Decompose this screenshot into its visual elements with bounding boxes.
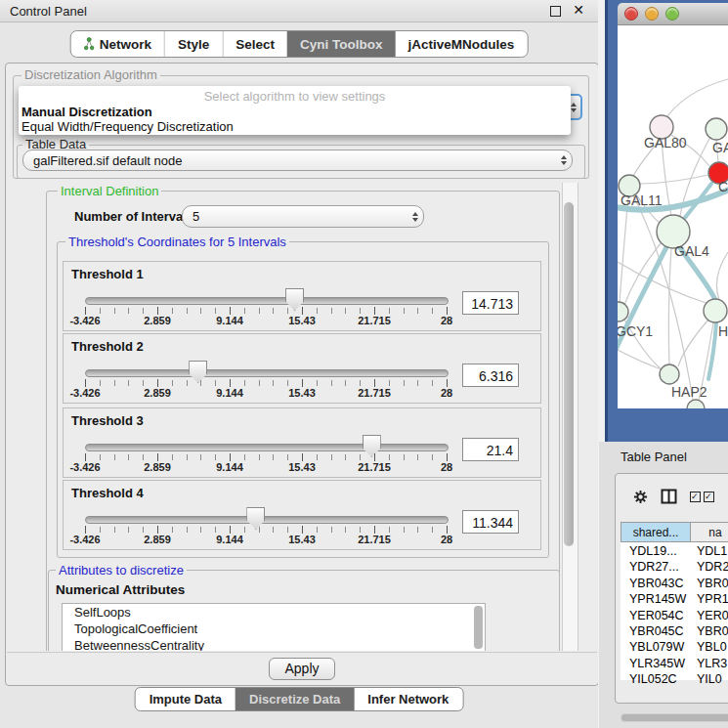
attribute-list-item[interactable]: TopologicalCoefficient: [63, 621, 485, 637]
bottom-tab-infer-network[interactable]: Infer Network: [354, 688, 462, 710]
slider-tick-label: 9.144: [216, 461, 243, 473]
float-window-icon[interactable]: [550, 6, 561, 17]
threshold-panel-4: Threshold 4-3.4262.8599.14415.4321.71528…: [63, 480, 541, 550]
table-header-shared-name[interactable]: shared...: [621, 522, 691, 542]
network-icon: [84, 37, 95, 51]
slider-major-tick: [302, 379, 303, 387]
tab-style[interactable]: Style: [164, 31, 222, 57]
table-row[interactable]: YDL19...YDL1: [621, 543, 728, 559]
slider-tick-label: 15.43: [288, 534, 316, 545]
slider-major-tick: [157, 379, 158, 387]
discretization-algorithm-title: Discretization Algorithm: [21, 67, 160, 82]
table-hscrollbar-thumb[interactable]: [621, 714, 728, 721]
right-side: GAL80GACGAL11GAL4GCY1HHAP2 Table Panel ✓…: [598, 0, 728, 728]
bottom-tab-discretize-data[interactable]: Discretize Data: [236, 688, 354, 710]
table-row[interactable]: YIL052CYIL0: [621, 671, 728, 687]
table-row[interactable]: YBR045CYBR0: [621, 623, 728, 639]
network-edge: [678, 320, 708, 366]
numerical-attributes-list[interactable]: SelfLoopsTopologicalCoefficientBetweenne…: [62, 603, 486, 651]
slider-tick-label: 2.859: [144, 534, 171, 545]
number-of-intervals-value: 5: [183, 209, 407, 224]
tab-network[interactable]: Network: [71, 31, 164, 57]
close-traffic-light-icon[interactable]: [624, 7, 638, 21]
node-label: GAL4: [674, 243, 709, 259]
network-node[interactable]: [660, 364, 679, 384]
column-checkboxes-icon[interactable]: ✓✓: [690, 492, 714, 502]
network-node[interactable]: [687, 400, 705, 408]
threshold-value-field[interactable]: 21.4: [462, 438, 519, 461]
network-node[interactable]: [704, 299, 727, 322]
slider-track[interactable]: [85, 297, 449, 305]
table-hscrollbar[interactable]: [621, 713, 728, 722]
slider-tick-label: 21.715: [358, 387, 391, 399]
tab-select[interactable]: Select: [222, 31, 287, 57]
slider-major-tick: [447, 453, 448, 461]
cell-name: YER0: [697, 609, 728, 622]
settings-gear-icon[interactable]: [633, 490, 648, 504]
network-node[interactable]: [618, 302, 628, 321]
table-data-combobox[interactable]: galFiltered.sif default node: [22, 150, 573, 171]
slider-tick-label: 21.715: [358, 461, 391, 473]
panel-scrollbar-thumb[interactable]: [564, 202, 574, 546]
slider-major-tick: [374, 307, 375, 315]
network-edge: [618, 350, 662, 369]
slider-major-tick: [302, 526, 303, 534]
split-view-icon[interactable]: [661, 489, 677, 504]
tab-cyni-toolbox[interactable]: Cyni Toolbox: [287, 31, 396, 57]
slider-tick-label: -3.426: [69, 315, 100, 326]
zoom-traffic-light-icon[interactable]: [665, 7, 679, 21]
slider-tick-label: 21.715: [358, 315, 391, 326]
close-icon[interactable]: ✕: [573, 2, 584, 18]
network-window-titlebar[interactable]: [618, 3, 728, 25]
table-row[interactable]: YLR345WYLR3: [621, 656, 728, 671]
network-canvas[interactable]: GAL80GACGAL11GAL4GCY1HHAP2: [618, 25, 728, 408]
threshold-panel-2: Threshold 2-3.4262.8599.14415.4321.71528…: [63, 333, 541, 404]
cell-name: YLR3: [697, 657, 727, 670]
cell-name: YIL0: [697, 672, 722, 686]
slider-track[interactable]: [85, 516, 449, 524]
node-label: H: [718, 323, 728, 339]
apply-button[interactable]: Apply: [269, 658, 335, 680]
table-row[interactable]: YBR043CYBR0: [621, 576, 728, 591]
slider-tick-label: 9.144: [216, 534, 243, 545]
slider-major-tick: [230, 453, 231, 461]
network-edge: [716, 252, 728, 300]
slider-track[interactable]: [85, 369, 449, 377]
slider-major-tick: [157, 526, 158, 534]
table-panel: Table Panel ✓✓ shared...naYDL19...YDL1YD…: [599, 442, 728, 728]
threshold-panel-1: Threshold 1-3.4262.8599.14415.4321.71528…: [63, 261, 541, 331]
node-label: GAL11: [621, 193, 663, 208]
slider-tick-label: 15.43: [288, 461, 316, 473]
cell-name: YBL0: [697, 640, 727, 654]
node-table[interactable]: shared...naYDL19...YDL1YDR27...YDR2YBR04…: [621, 522, 728, 680]
table-row[interactable]: YBL079WYBL0: [621, 639, 728, 655]
threshold-value-field[interactable]: 14.713: [462, 291, 519, 315]
slider-major-tick: [374, 379, 375, 387]
dropdown-option-manual-discretization[interactable]: Manual Discretization: [21, 105, 152, 119]
network-edge: [620, 196, 628, 302]
table-panel-title: Table Panel: [621, 450, 687, 464]
tab-bar: NetworkStyleSelectCyni ToolboxjActiveMNo…: [70, 30, 529, 58]
table-row[interactable]: YPR145WYPR1: [621, 591, 728, 607]
dropdown-option-equal-width-frequency[interactable]: Equal Width/Frequency Discretization: [21, 119, 234, 134]
cell-shared-name: YIL052C: [629, 672, 677, 686]
slider-tick-label: 2.859: [144, 315, 171, 326]
tab-jactivemnodules[interactable]: jActiveMNodules: [396, 31, 528, 57]
slider-tick-label: 28: [441, 387, 452, 399]
table-row[interactable]: YDR27...YDR2: [621, 559, 728, 575]
cell-shared-name: YDL19...: [629, 544, 677, 558]
threshold-value-field[interactable]: 11.344: [462, 510, 519, 534]
attribute-list-item[interactable]: SelfLoops: [63, 604, 485, 621]
slider-tick-label: 9.144: [216, 315, 243, 326]
bottom-tab-impute-data[interactable]: Impute Data: [136, 688, 236, 710]
number-of-intervals-combobox[interactable]: 5: [182, 205, 424, 228]
network-node[interactable]: [706, 118, 727, 140]
attribute-list-item[interactable]: BetweennessCentrality: [63, 637, 485, 651]
slider-track[interactable]: [85, 444, 449, 451]
table-header-name[interactable]: na: [690, 522, 728, 542]
list-scrollbar[interactable]: [474, 606, 483, 649]
minimize-traffic-light-icon[interactable]: [645, 7, 659, 21]
table-row[interactable]: YER054CYER0: [621, 608, 728, 623]
attributes-group-title: Attributes to discretize: [56, 563, 187, 578]
threshold-value-field[interactable]: 6.316: [462, 364, 519, 387]
